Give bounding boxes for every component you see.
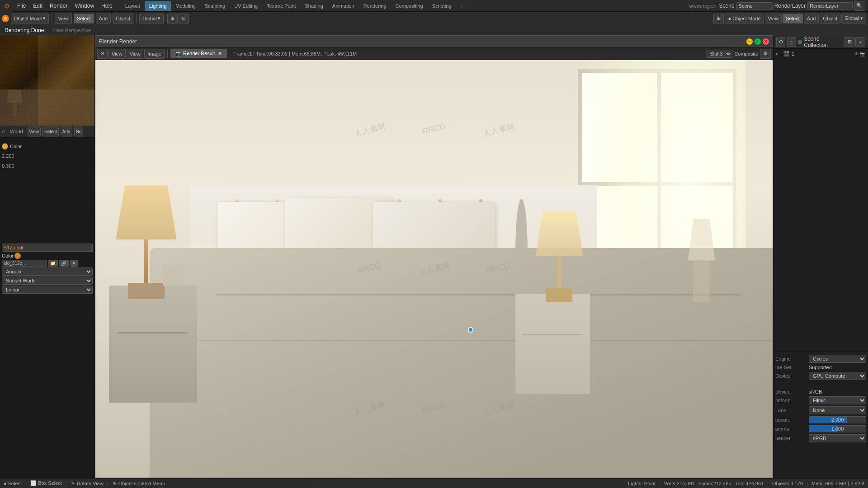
tab-rendering[interactable]: Rendering [359, 1, 391, 11]
scene-input[interactable] [736, 2, 773, 9]
close-btn[interactable]: ✕ [763, 38, 769, 45]
viewport2-btn[interactable]: View [765, 14, 782, 23]
render-mode-btn[interactable]: ● Object Mode [725, 14, 764, 23]
sequencer-row: uencer sRGB [775, 433, 866, 443]
gamma-slider[interactable]: 1.000 [809, 425, 866, 432]
render-view2-btn[interactable]: View [127, 49, 144, 59]
tab-shading[interactable]: Shading [300, 1, 327, 11]
render-toolbar: ⊙ View View Image 📷 Render Result ✕ Fram… [95, 47, 773, 60]
ctx-icon: 🖱 [112, 481, 117, 486]
filter-icon[interactable]: ⊞ [844, 37, 854, 47]
sep-s1: | [25, 481, 27, 486]
tab-texture-paint[interactable]: Texture Paint [262, 1, 300, 11]
tab-uv-editing[interactable]: UV Editing [230, 1, 262, 11]
device-select[interactable]: GPU Compute [809, 372, 866, 380]
bedroom-render: 人人素材 RRCG 人人素材 RRCG 人人素材 RRCG 人人素材 [95, 60, 773, 478]
tab-layout[interactable]: Layout [121, 1, 145, 11]
sep2 [136, 14, 137, 23]
render-result-tab[interactable]: 📷 Render Result ✕ [170, 49, 227, 58]
file-menu[interactable]: File [14, 0, 29, 11]
viewport-select-btn[interactable]: Select [42, 127, 59, 136]
object2-btn[interactable]: Object [820, 14, 840, 23]
slot-select[interactable]: Slot 3 [706, 50, 732, 58]
select2-btn[interactable]: Select [783, 14, 803, 23]
tab-compositing[interactable]: Compositing [391, 1, 428, 11]
linear-dropdown[interactable]: Linear [2, 286, 93, 294]
color-swatch2[interactable] [14, 253, 21, 259]
tab-sculpting[interactable]: Sculpting [200, 1, 230, 11]
world-label[interactable]: World [7, 128, 26, 135]
tab-lighting[interactable]: Lighting [145, 1, 171, 11]
file-browse-btn2[interactable]: 🔗 [59, 260, 69, 267]
add-btn[interactable]: Add [96, 14, 111, 23]
value2-row: 0.300 [2, 161, 93, 170]
object-btn[interactable]: Object [113, 14, 133, 23]
maximize-btn[interactable]: □ [755, 38, 761, 45]
lamp-shade-left [116, 185, 177, 239]
composite-settings-btn[interactable]: ⚙ [760, 49, 771, 59]
render-view-btn[interactable]: View [108, 49, 126, 59]
transform-label: Global [142, 16, 157, 21]
viewport-perspective: User Perspective [53, 28, 91, 33]
add2-btn[interactable]: Add [804, 14, 819, 23]
render-menu[interactable]: Render [46, 0, 71, 11]
transform-btn[interactable]: Global ▾ [139, 14, 164, 23]
minimize-btn[interactable]: — [746, 38, 753, 45]
world-dropdown[interactable]: Sunset World [2, 277, 93, 285]
object-mode-label: Object Mode [14, 16, 42, 21]
panel-icon2[interactable]: ☰ [787, 37, 796, 47]
overlay-btn[interactable]: ⊙ [179, 14, 189, 23]
edit-menu[interactable]: Edit [29, 0, 46, 11]
viewport-view-btn[interactable]: View [28, 127, 41, 136]
workspace-tabs: Layout Lighting Modeling Sculpting UV Ed… [121, 1, 468, 11]
angular-dropdown[interactable]: Angular [2, 267, 93, 276]
tab-animation[interactable]: Animation [328, 1, 359, 11]
exposure-slider[interactable]: 2.000 [809, 416, 866, 423]
view-btn[interactable]: View [55, 14, 72, 23]
viewport-mode-btn[interactable]: ⊞ [713, 14, 724, 23]
add-collection-btn[interactable]: + [855, 37, 865, 47]
top-right-controls: www.rrcg.cn Scene RenderLayer 🔍 [689, 1, 868, 11]
main-content: ⊙ World View Select Add No Color 2.200 0… [0, 35, 868, 478]
renderlayer-input[interactable] [807, 2, 853, 9]
tab-scripting[interactable]: Scripting [428, 1, 456, 11]
global2-btn[interactable]: Global ▾ [841, 14, 866, 23]
website-label: www.rrcg.cn [689, 3, 717, 9]
object-mode-btn[interactable]: Object Mode ▾ [11, 14, 49, 23]
nav-icon[interactable]: ⊙ [2, 129, 5, 134]
rendering-done-label: Rendering Done [5, 27, 44, 33]
render-frame-info: Frame:1 | Time:00:33.05 | Mem:66.88M, Pe… [233, 51, 357, 56]
color-swatch[interactable] [2, 143, 8, 150]
search-icon-btn[interactable]: 🔍 [854, 1, 864, 11]
drawer-line-right [523, 334, 582, 335]
sequencer-select[interactable]: sRGB [809, 434, 866, 442]
status-right: Lights: Point | Verts:214.091 Faces:212,… [628, 481, 864, 486]
file-browse-btn3[interactable]: ✕ [70, 260, 78, 267]
look-select[interactable]: None [809, 406, 866, 414]
file-browse-btn1[interactable]: 📁 [48, 260, 58, 267]
scene-icon: 🎬 [783, 51, 790, 57]
help-menu[interactable]: Help [98, 0, 116, 11]
render-close-icon[interactable]: ✕ [218, 51, 222, 56]
snap-btn[interactable]: ⊞ [167, 14, 178, 23]
select-btn[interactable]: Select [74, 14, 94, 23]
toolbar-right: ⊞ ● Object Mode View Select Add Object G… [713, 14, 866, 23]
engine-icon: ⊙ [2, 15, 9, 22]
tab-modeling[interactable]: Modeling [171, 1, 200, 11]
panel-icon1[interactable]: ⊙ [776, 37, 785, 47]
render-icon-out[interactable]: 📷 [860, 52, 865, 56]
engine-select[interactable]: Cycles [809, 355, 866, 363]
file-path-input[interactable] [2, 260, 47, 267]
value1-row: 2.200 [2, 151, 93, 160]
tab-add[interactable]: + [456, 1, 467, 11]
render-image-area[interactable]: 人人素材 RRCG 人人素材 RRCG 人人素材 RRCG 人人素材 [95, 60, 773, 478]
eye-icon[interactable]: 👁 [854, 52, 859, 56]
render-view-icon[interactable]: ⊙ [97, 49, 108, 59]
viewport-add-btn[interactable]: Add [61, 127, 72, 136]
window-menu[interactable]: Window [71, 0, 98, 11]
outliner-scene[interactable]: ▸ 🎬 1 👁 📷 [774, 50, 867, 58]
main-toolbar: ⊙ Object Mode ▾ View Select Add Object G… [0, 12, 868, 25]
render-image-btn[interactable]: Image [144, 49, 165, 59]
viewport-no-btn[interactable]: No [74, 127, 84, 136]
transform-select[interactable]: Filmic [809, 396, 866, 404]
